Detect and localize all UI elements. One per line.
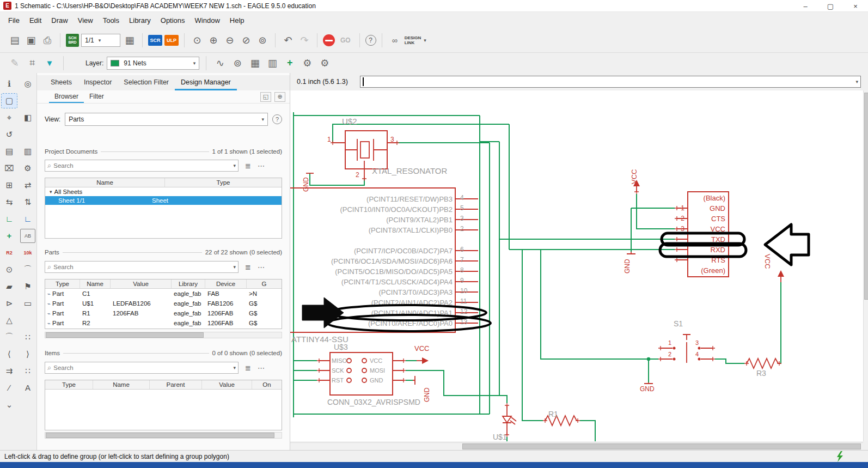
menu-item[interactable]: Options	[156, 14, 190, 27]
close-button[interactable]: ×	[843, 0, 868, 12]
menu-item[interactable]: Library	[124, 14, 156, 27]
panel-select-button[interactable]: ◱	[260, 92, 271, 102]
command-line-input[interactable]	[360, 76, 861, 88]
menu-item[interactable]: Edit	[25, 14, 46, 27]
stop-button[interactable]	[323, 34, 335, 46]
go-button[interactable]: GO	[340, 37, 351, 44]
smash-tool[interactable]: ⊙	[2, 263, 17, 277]
help-icon[interactable]: ?	[365, 35, 376, 46]
layer-selector[interactable]: 91 Nets ▾	[107, 57, 199, 70]
panel-tab[interactable]: Sheets	[45, 75, 78, 90]
menu-item[interactable]: Help	[225, 14, 249, 27]
paint-tool[interactable]: ▰	[2, 279, 17, 294]
table-row[interactable]: ⌁Part C1 eagle_fab FAB >N	[45, 289, 282, 299]
col-header[interactable]: On	[252, 380, 282, 389]
list-view-icon[interactable]: ≣	[245, 162, 251, 170]
more-tool[interactable]: ⌄	[2, 398, 17, 412]
col-header[interactable]: Library	[172, 279, 205, 288]
zoom-select-icon[interactable]: ⊘	[239, 33, 253, 47]
sheet-grid-icon[interactable]: ▦	[123, 33, 137, 47]
col-header[interactable]: Name	[80, 279, 111, 288]
group-tool[interactable]: ▢	[2, 94, 17, 108]
errors-tool[interactable]: ∷	[20, 364, 35, 378]
sheet-row-selected[interactable]: Sheet 1/1 Sheet	[45, 196, 282, 205]
save-icon[interactable]: ▣	[24, 33, 38, 47]
rotate-tool[interactable]: ↺	[2, 127, 17, 142]
name-tool[interactable]: R2	[2, 246, 17, 260]
design-link-button[interactable]: ∞ DESIGN LINK ▾	[388, 33, 426, 47]
col-header-name[interactable]: Name	[45, 178, 165, 187]
ulp-button[interactable]: ULP	[164, 35, 179, 46]
canvas-vscrollbar[interactable]	[863, 90, 868, 441]
dots-tool[interactable]: ∷	[20, 330, 35, 344]
display-layers-icon[interactable]: ✎	[8, 56, 22, 70]
canvas-hscrollbar[interactable]	[290, 442, 863, 449]
text-tool[interactable]: A	[20, 381, 35, 395]
panel-subtab[interactable]: Browser	[49, 90, 84, 103]
panel-subtab[interactable]: Filter	[84, 90, 109, 103]
replace-tool[interactable]: ⇄	[20, 178, 35, 192]
mirror-tool[interactable]: ◧	[20, 111, 35, 125]
items-search-input[interactable]	[53, 364, 231, 371]
label-tool[interactable]: AB	[20, 229, 35, 243]
move-tool[interactable]: ⌖	[2, 111, 17, 125]
col-header[interactable]: Value	[202, 380, 252, 389]
items-hscrollbar[interactable]	[45, 432, 282, 439]
junction-tool[interactable]: +	[2, 229, 17, 243]
polygon-tool[interactable]: △	[2, 313, 17, 327]
highlight-icon[interactable]: ⊚	[230, 56, 244, 70]
panel-zoom-button[interactable]: ⊕	[274, 92, 285, 102]
schematic-drawing[interactable]: U$2 XTAL_RESONATOR 1 3 2 (PCINT11/RESET/…	[290, 90, 863, 441]
zoom-out-icon[interactable]: ⊖	[223, 33, 237, 47]
scroll-thumb[interactable]	[46, 332, 204, 338]
sch-brd-toggle[interactable]: SCH BRD	[66, 34, 79, 47]
gateswap-tool[interactable]: ⇅	[20, 195, 35, 209]
package-icon[interactable]: ▦	[248, 56, 262, 70]
parts-search-input[interactable]	[53, 264, 231, 270]
col-header[interactable]: Type	[45, 279, 80, 288]
gear2-icon[interactable]: ⚙	[317, 56, 332, 70]
panel-tab[interactable]: Design Manager	[175, 75, 237, 90]
col-header[interactable]: Device	[205, 279, 247, 288]
zoom-redraw-icon[interactable]: ⊚	[255, 33, 270, 47]
package-variant-icon[interactable]: ▥	[265, 56, 279, 70]
undo-icon[interactable]: ↶	[281, 33, 295, 47]
expander-icon[interactable]: ▾	[50, 189, 52, 195]
list-view-icon[interactable]: ≣	[245, 263, 251, 271]
more-options-icon[interactable]: ⋯	[258, 364, 265, 372]
panel-tab[interactable]: Selection Filter	[118, 75, 175, 90]
grid-settings-icon[interactable]: ⌗	[25, 56, 39, 70]
panel-help-icon[interactable]: ?	[272, 114, 282, 124]
info-tool[interactable]: ℹ	[2, 77, 17, 91]
menu-item[interactable]: Window	[190, 14, 225, 27]
col-header[interactable]: Parent	[150, 380, 202, 389]
tree-row-all-sheets[interactable]: ▾ All Sheets	[45, 187, 282, 196]
split-right-tool[interactable]: ⟩	[20, 347, 35, 361]
more-options-icon[interactable]: ⋯	[258, 162, 265, 170]
invoke-tool[interactable]: ⊳	[2, 296, 17, 311]
print-icon[interactable]: ⎙	[40, 33, 54, 47]
erc-tool[interactable]: ⇉	[2, 364, 17, 378]
col-header[interactable]: Name	[93, 380, 150, 389]
split-left-tool[interactable]: ⟨	[2, 347, 17, 361]
parts-hscrollbar[interactable]	[45, 332, 282, 338]
col-header[interactable]: G	[247, 279, 282, 288]
list-view-icon[interactable]: ≣	[245, 364, 251, 372]
view-dropdown[interactable]: Parts ▾	[65, 113, 268, 126]
table-row[interactable]: ⌁Part R1 1206FAB eagle_fab 1206FAB G$	[45, 308, 282, 318]
table-row[interactable]: ⌁Part R2 eagle_fab 1206FAB G$	[45, 318, 282, 328]
add-part-tool[interactable]: ⊞	[2, 178, 17, 192]
col-header[interactable]: Type	[45, 380, 93, 389]
maximize-button[interactable]: ▢	[818, 0, 843, 12]
zoom-fit-icon[interactable]: ⊙	[190, 33, 204, 47]
col-header[interactable]: Value	[111, 279, 172, 288]
wrench-tool[interactable]: ⚙	[20, 161, 35, 175]
net-tool[interactable]: ∟	[2, 212, 17, 226]
miter-tool[interactable]: ⌒	[20, 263, 35, 277]
scr-button[interactable]: SCR	[148, 35, 162, 46]
eye-tool[interactable]: ◎	[20, 77, 35, 91]
table-row[interactable]: ⌁Part U$1 LEDFAB1206 eagle_fab FAB1206 G…	[45, 299, 282, 308]
minimize-button[interactable]: –	[793, 0, 818, 12]
menu-item[interactable]: File	[3, 14, 25, 27]
rect-tool[interactable]: ▭	[20, 296, 35, 311]
